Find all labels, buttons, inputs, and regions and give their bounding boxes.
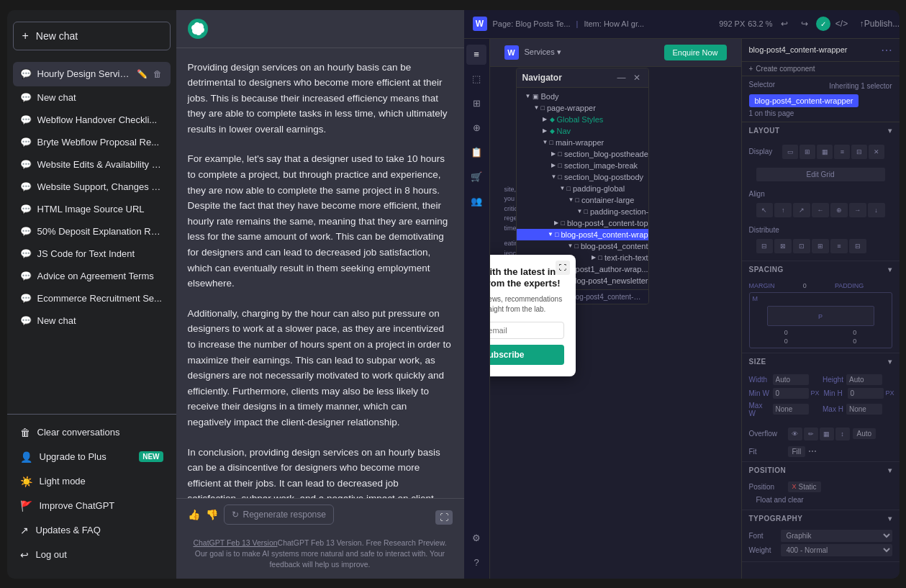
max-h-input[interactable] xyxy=(846,404,882,415)
users-icon[interactable]: 👥 xyxy=(466,191,486,212)
nav-item-container-large[interactable]: ▼ □ container-large xyxy=(517,194,648,206)
align-top-btn[interactable]: ↑ xyxy=(774,203,792,217)
thumbs-down-button[interactable]: 👎 xyxy=(206,509,218,520)
position-section-header[interactable]: Position ▾ xyxy=(742,462,900,479)
font-select[interactable]: Graphik xyxy=(781,530,892,542)
height-input[interactable] xyxy=(846,374,882,385)
assets-icon[interactable]: ⬚ xyxy=(466,69,486,89)
create-component-button[interactable]: + Create component xyxy=(742,62,900,76)
weight-select[interactable]: 400 - Normal xyxy=(781,544,892,556)
conv-item-website-edits[interactable]: 💬 Website Edits & Availability C... xyxy=(13,153,171,176)
sidebar-item-upgrade[interactable]: 👤 Upgrade to Plus NEW xyxy=(13,445,171,469)
align-top-right-btn[interactable]: ↗ xyxy=(793,203,810,217)
expand-chat-button[interactable]: ⛶ xyxy=(435,510,453,525)
align-bottom-btn[interactable]: ↓ xyxy=(868,203,885,217)
width-input[interactable] xyxy=(773,374,809,385)
nav-item-padding-section[interactable]: ▼ □ padding-section-small xyxy=(517,206,648,217)
conv-item-hourly[interactable]: 💬 Hourly Design Service ✏️ 🗑 xyxy=(13,62,171,86)
popup-expand-icon[interactable]: ⛶ xyxy=(556,261,570,275)
nav-item-global-styles[interactable]: ▶ ◆ Global Styles xyxy=(517,114,648,125)
popup-email-input[interactable] xyxy=(490,322,564,339)
dist-1[interactable]: ⊟ xyxy=(756,239,774,253)
conv-item-html-image[interactable]: 💬 HTML Image Source URL xyxy=(13,198,171,220)
display-inline-block-btn[interactable]: ⊟ xyxy=(851,145,867,159)
dist-2[interactable]: ⊠ xyxy=(774,239,792,253)
chatgpt-version-link[interactable]: ChatGPT Feb 13 Version xyxy=(193,538,277,547)
sidebar-item-improve[interactable]: 🚩 Improve ChatGPT xyxy=(13,494,171,518)
popup-subscribe-button[interactable]: Subscribe xyxy=(490,345,564,365)
conv-item-website-support[interactable]: 💬 Website Support, Changes b... xyxy=(13,176,171,198)
regenerate-button[interactable]: ↻ Regenerate response xyxy=(224,505,334,525)
undo-button[interactable]: ↩ xyxy=(776,15,793,32)
ecommerce-icon[interactable]: 🛒 xyxy=(466,167,486,187)
sidebar-item-updates[interactable]: ↗ Updates & FAQ xyxy=(13,518,171,543)
nav-item-blog-postbody[interactable]: ▼ □ section_blog-postbody xyxy=(517,171,648,183)
display-flex-btn[interactable]: ⊞ xyxy=(799,145,815,159)
help-icon[interactable]: ? xyxy=(466,553,486,573)
overflow-visible-btn[interactable]: 👁 xyxy=(788,428,802,440)
layers-icon[interactable]: ≡ xyxy=(466,45,486,65)
nav-item-content-top[interactable]: ▶ □ blog-post4_content-top xyxy=(517,217,648,229)
edit-conv-button[interactable]: ✏️ xyxy=(135,68,149,81)
conv-item-ecommerce[interactable]: 💬 Ecommerce Recruitment Se... xyxy=(13,287,171,309)
spacing-section-header[interactable]: Spacing ▾ xyxy=(742,261,900,278)
nav-item-blog-postheader[interactable]: ▶ □ section_blog-postheader xyxy=(517,148,648,160)
dist-4[interactable]: ⊞ xyxy=(812,239,829,253)
overflow-scroll-btn[interactable]: ↕ xyxy=(835,428,850,440)
display-block-btn[interactable]: ▭ xyxy=(782,145,798,159)
publish-button[interactable]: Publish... xyxy=(874,15,891,32)
overflow-grid-btn[interactable]: ▦ xyxy=(820,428,834,440)
sidebar-item-logout[interactable]: ↩ Log out xyxy=(13,543,171,567)
sidebar-item-light[interactable]: ☀️ Light mode xyxy=(13,469,171,494)
cms-icon[interactable]: 📋 xyxy=(466,143,486,163)
max-w-input[interactable] xyxy=(773,404,809,415)
conv-item-newchat2[interactable]: 💬 New chat xyxy=(13,309,171,332)
dist-5[interactable]: ≡ xyxy=(830,239,848,253)
redo-button[interactable]: ↪ xyxy=(796,15,813,32)
conv-item-webflow[interactable]: 💬 Webflow Handover Checkli... xyxy=(13,109,171,131)
delete-conv-button[interactable]: 🗑 xyxy=(152,68,163,81)
nav-item-image-break[interactable]: ▶ □ section_image-break xyxy=(517,160,648,171)
align-left-btn[interactable]: ← xyxy=(812,203,829,217)
align-top-left-btn[interactable]: ↖ xyxy=(756,203,774,217)
thumbs-up-button[interactable]: 👍 xyxy=(188,509,200,520)
nav-item-body[interactable]: ▼ ▣ Body xyxy=(517,91,648,102)
align-center-btn[interactable]: ⊕ xyxy=(830,203,848,217)
nav-item-page-wrapper[interactable]: ▼ □ page-wrapper xyxy=(517,102,648,114)
nav-item-content-wrap[interactable]: ▼ □ blog-post4_content-wrap xyxy=(517,229,648,240)
layout-section-header[interactable]: Layout ▾ xyxy=(742,122,900,139)
more-options-icon[interactable]: ⋯ xyxy=(881,43,892,57)
edit-grid-button[interactable]: Edit Grid xyxy=(756,168,885,181)
display-inline-btn[interactable]: ≡ xyxy=(834,145,850,159)
nav-item-padding-global[interactable]: ▼ □ padding-global xyxy=(517,183,648,194)
conv-item-bryte[interactable]: 💬 Bryte Webflow Proposal Re... xyxy=(13,131,171,153)
dist-3[interactable]: ⊡ xyxy=(793,239,810,253)
navigator-close-button[interactable]: ✕ xyxy=(631,73,643,83)
dist-6[interactable]: ⊟ xyxy=(849,239,866,253)
nav-item-main-wrapper[interactable]: ▼ □ main-wrapper xyxy=(517,137,648,148)
elements-icon[interactable]: ⊕ xyxy=(466,118,486,138)
size-section-header[interactable]: Size ▾ xyxy=(742,353,900,370)
overflow-auto-button[interactable]: Auto xyxy=(853,428,876,439)
typography-section-header[interactable]: Typography ▾ xyxy=(742,510,900,527)
settings-icon[interactable]: ⚙ xyxy=(466,528,486,548)
components-icon[interactable]: ⊞ xyxy=(466,94,486,114)
min-w-input[interactable] xyxy=(773,388,809,399)
nav-item-content[interactable]: ▼ □ blog-post4_content xyxy=(517,240,648,252)
conv-item-advice[interactable]: 💬 Advice on Agreement Terms xyxy=(13,265,171,287)
display-grid-btn[interactable]: ▦ xyxy=(817,145,833,159)
display-none-btn[interactable]: ✕ xyxy=(869,145,884,159)
conv-item-deposit[interactable]: 💬 50% Deposit Explanation Re... xyxy=(13,220,171,243)
navigator-minimize-button[interactable]: — xyxy=(615,73,628,83)
nav-item-nav[interactable]: ▶ ◆ Nav xyxy=(517,125,648,137)
min-h-input[interactable] xyxy=(848,388,884,399)
align-right-btn[interactable]: → xyxy=(849,203,866,217)
conv-item-js-code[interactable]: 💬 JS Code for Text Indent xyxy=(13,243,171,265)
sidebar-item-clear[interactable]: 🗑 Clear conversations xyxy=(13,420,171,445)
canvas-enquire-button[interactable]: Enquire Now xyxy=(664,45,727,60)
code-button[interactable]: </> xyxy=(833,15,851,32)
overflow-edit-btn[interactable]: ✏ xyxy=(804,428,818,440)
fit-value-button[interactable]: Fill xyxy=(788,446,806,457)
new-chat-button[interactable]: + New chat xyxy=(13,22,171,50)
conv-item-newchat1[interactable]: 💬 New chat xyxy=(13,86,171,109)
